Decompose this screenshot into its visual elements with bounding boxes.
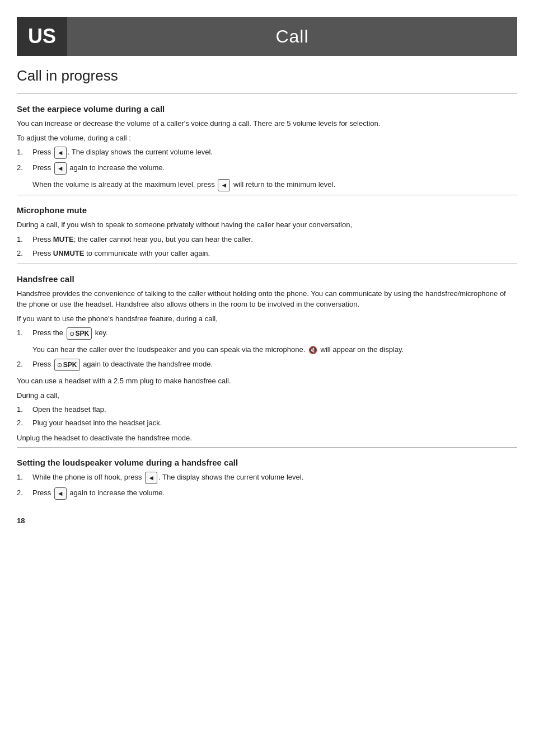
mute-steps: 1. Press MUTE; the caller cannot hear yo…: [17, 234, 517, 259]
unmute-bold: UNMUTE: [53, 249, 85, 257]
section-divider-4: [17, 447, 517, 448]
earpiece-note: When the volume is already at the maximu…: [32, 179, 517, 191]
header-title: Call: [67, 17, 517, 56]
loudspeaker-key-1: ◄: [145, 472, 157, 484]
section-divider-3: [17, 264, 517, 264]
spk-icon-2: ⊙: [57, 360, 62, 370]
mute-step-1: 1. Press MUTE; the caller cannot hear yo…: [17, 234, 517, 245]
us-text: US: [28, 25, 56, 48]
mute-intro: During a call, if you wish to speak to s…: [17, 219, 517, 231]
loudspeaker-step-1-content: While the phone is off hook, press ◄. Th…: [32, 472, 517, 484]
handsfree-steps: 1. Press the ⊙SPK key.: [17, 327, 517, 340]
mute-step-1-content: Press MUTE; the caller cannot hear you, …: [32, 234, 517, 245]
headset-step-num-2: 2.: [17, 417, 32, 429]
loudspeaker-step-num-1: 1.: [17, 472, 32, 483]
spk-key-1: ⊙SPK: [67, 327, 92, 340]
loudspeaker-step-1: 1. While the phone is off hook, press ◄.…: [17, 472, 517, 484]
loudspeaker-key-2: ◄: [54, 487, 67, 500]
earpiece-intro: You can increase or decrease the volume …: [17, 118, 517, 129]
handsfree-unplug: Unplug the headset to deactivate the han…: [17, 433, 517, 444]
section-title-handsfree: Handsfree call: [17, 274, 517, 284]
headset-step-2: 2. Plug your headset into the headset ja…: [17, 417, 517, 429]
page-number: 18: [17, 516, 517, 525]
loudspeaker-step-num-2: 2.: [17, 487, 32, 499]
loudspeaker-steps: 1. While the phone is off hook, press ◄.…: [17, 472, 517, 500]
headset-step-1-text: Open the headset flap.: [32, 404, 106, 415]
handsfree-step-1: 1. Press the ⊙SPK key.: [17, 327, 517, 340]
loudspeaker-step-2: 2. Press ◄ again to increase the volume.: [17, 487, 517, 500]
spk-label-2: SPK: [63, 360, 77, 370]
handsfree-step-num-1: 1.: [17, 327, 32, 339]
handsfree-headset-label1: You can use a headset with a 2.5 mm plug…: [17, 375, 517, 387]
mute-step-num-1: 1.: [17, 234, 32, 245]
volume-key-1: ◄: [54, 147, 67, 159]
volume-key-2: ◄: [54, 162, 67, 175]
earpiece-step-1: 1. Press ◄. The display shows the curren…: [17, 147, 517, 159]
page-main-title: Call in progress: [17, 67, 517, 84]
mute-step-num-2: 2.: [17, 248, 32, 259]
earpiece-adjust-label: To adjust the volume, during a call :: [17, 133, 517, 144]
spk-icon-1: ⊙: [69, 329, 74, 339]
step-num-2: 2.: [17, 162, 32, 173]
page-content: Call in progress Set the earpiece volume…: [17, 67, 517, 525]
header-us-label: US: [17, 17, 67, 56]
section-title-mute: Microphone mute: [17, 205, 517, 215]
headset-step-num-1: 1.: [17, 404, 32, 415]
mic-icon: 🔇: [308, 345, 317, 356]
spk-key-2: ⊙SPK: [54, 359, 80, 371]
loudspeaker-step-2-content: Press ◄ again to increase the volume.: [32, 487, 517, 500]
handsfree-note1: You can hear the caller over the loudspe…: [32, 344, 517, 355]
earpiece-step-1-content: Press ◄. The display shows the current v…: [32, 147, 517, 159]
section-divider-2: [17, 195, 517, 195]
volume-key-note: ◄: [218, 179, 230, 191]
handsfree-step-2-content: Press ⊙SPK again to deactivate the hands…: [32, 359, 517, 371]
handsfree-intro2: If you want to use the phone's handsfree…: [17, 313, 517, 325]
spk-label-1: SPK: [76, 328, 90, 339]
header-title-text: Call: [275, 26, 308, 47]
handsfree-headset-label2: During a call,: [17, 390, 517, 401]
headset-step-1: 1. Open the headset flap.: [17, 404, 517, 415]
step-num-1: 1.: [17, 147, 32, 158]
earpiece-step-2-content: Press ◄ again to increase the volume.: [32, 162, 517, 175]
earpiece-steps: 1. Press ◄. The display shows the curren…: [17, 147, 517, 175]
headset-step-2-text: Plug your headset into the headset jack.: [32, 417, 162, 429]
section-title-loudspeaker: Setting the loudspeaker volume during a …: [17, 458, 517, 467]
handsfree-step-num-2: 2.: [17, 359, 32, 370]
handsfree-step-1-content: Press the ⊙SPK key.: [32, 327, 517, 340]
headset-steps: 1. Open the headset flap. 2. Plug your h…: [17, 404, 517, 428]
section-divider-1: [17, 93, 517, 94]
earpiece-step-2: 2. Press ◄ again to increase the volume.: [17, 162, 517, 175]
mute-bold: MUTE: [53, 235, 74, 243]
handsfree-step2-list: 2. Press ⊙SPK again to deactivate the ha…: [17, 359, 517, 371]
section-title-earpiece: Set the earpiece volume during a call: [17, 104, 517, 114]
header-bar: US Call: [17, 17, 517, 56]
handsfree-intro1: Handsfree provides the convenience of ta…: [17, 288, 517, 310]
handsfree-step-2: 2. Press ⊙SPK again to deactivate the ha…: [17, 359, 517, 371]
mute-step-2-content: Press UNMUTE to communicate with your ca…: [32, 248, 517, 259]
mute-step-2: 2. Press UNMUTE to communicate with your…: [17, 248, 517, 259]
